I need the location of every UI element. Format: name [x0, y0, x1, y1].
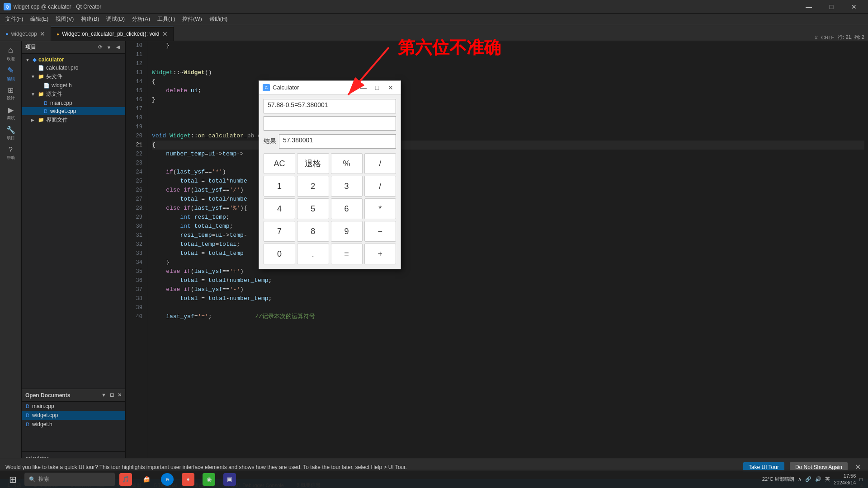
open-docs-collapse[interactable]: ▼ — [101, 392, 106, 398]
edge-icon: e — [161, 473, 174, 486]
sidebar-help[interactable]: ? 帮助 — [2, 144, 20, 162]
open-docs-expand[interactable]: ⊡ — [110, 392, 114, 398]
sidebar-welcome[interactable]: ⌂ 欢迎 — [2, 45, 20, 63]
calc-btn-5[interactable]: 5 — [297, 198, 329, 219]
calc-btn-8[interactable]: 8 — [297, 221, 329, 242]
taskbar-time: 17:56 2024/3/14 — [834, 473, 856, 486]
open-doc-main-cpp[interactable]: 🗋 main.cpp — [22, 402, 125, 411]
taskbar-app-music[interactable]: 🎵 — [116, 470, 136, 488]
close-button[interactable]: ✕ — [844, 0, 864, 13]
tree-sync-icon[interactable]: ⟳ — [96, 44, 104, 51]
taskbar-app-edge[interactable]: e — [157, 470, 177, 488]
menu-debug[interactable]: 调试(D) — [103, 14, 128, 24]
sidebar-design[interactable]: ⊞ 设计 — [2, 84, 20, 103]
menu-analyze[interactable]: 分析(A) — [128, 14, 154, 24]
calc-btn-3[interactable]: 3 — [331, 176, 363, 197]
tab-close-widget-cpp[interactable]: ✕ — [40, 30, 45, 38]
ln-25: 25 — [129, 177, 144, 186]
calc-btn-percent[interactable]: % — [331, 153, 363, 174]
menu-tools[interactable]: 工具(T) — [154, 14, 179, 24]
calc-btn-dot[interactable]: . — [297, 244, 329, 264]
open-docs-close[interactable]: ✕ — [118, 392, 122, 398]
open-docs-header: Open Documents ▼ ⊡ ✕ — [22, 389, 125, 402]
ln-23: 23 — [129, 159, 144, 168]
calc-btn-plus[interactable]: + — [364, 244, 396, 264]
tree-item-main-cpp[interactable]: 🗋 main.cpp — [22, 99, 125, 107]
tree-item-calculator-root[interactable]: ▼ ◆ calculator — [22, 56, 125, 64]
taskbar-app-cake[interactable]: 🍰 — [137, 470, 156, 488]
tree-item-ui-folder[interactable]: ▶ 📁 界面文件 — [22, 115, 125, 125]
system-tray: ∧ — [798, 476, 802, 482]
calc-btn-0[interactable]: 0 — [264, 244, 295, 264]
ln-38: 38 — [129, 294, 144, 303]
menu-edit[interactable]: 编辑(E) — [27, 14, 52, 24]
tree-item-source-folder[interactable]: ▼ 📁 源文件 — [22, 89, 125, 99]
sidebar: ⌂ 欢迎 ✎ 编辑 ⊞ 设计 ▶ 调试 🔧 项目 ? 帮助 ▶ — [0, 41, 22, 479]
ln-32: 32 — [129, 240, 144, 249]
taskbar-app-green[interactable]: ◉ — [199, 470, 219, 488]
menu-file[interactable]: 文件(F) — [2, 14, 27, 24]
ln-39: 39 — [129, 303, 144, 312]
calc-btn-1[interactable]: 1 — [264, 176, 295, 197]
calc-btn-equals[interactable]: = — [331, 244, 363, 264]
editor-crlf: CRLF — [821, 35, 835, 40]
menu-controls[interactable]: 控件(W) — [179, 14, 205, 24]
calc-title: Calculator — [273, 84, 299, 91]
tree-item-widget-cpp[interactable]: 🗋 widget.cpp — [22, 107, 125, 115]
calc-btn-9[interactable]: 9 — [331, 221, 363, 242]
line-numbers: 10 11 12 13 14 15 16 17 18 19 20 21 22 2… — [126, 41, 148, 479]
maximize-button[interactable]: □ — [821, 0, 842, 13]
calc-btn-minus[interactable]: − — [364, 221, 396, 242]
tree-item-calc-pro[interactable]: 📄 calculator.pro — [22, 64, 125, 72]
calc-btn-ac[interactable]: AC — [264, 153, 295, 174]
open-doc-widget-cpp[interactable]: 🗋 widget.cpp — [22, 411, 125, 420]
open-doc-widget-h[interactable]: 🗋 widget.h — [22, 420, 125, 429]
taskbar-search[interactable]: 🔍 搜索 — [24, 473, 115, 486]
ln-35: 35 — [129, 267, 144, 276]
sidebar-edit[interactable]: ✎ 编辑 — [2, 65, 20, 83]
notification-icon: □ — [859, 477, 863, 482]
calc-close[interactable]: ✕ — [384, 83, 397, 93]
calc-result-display: 57.380001 — [279, 134, 396, 149]
cake-app-icon: 🍰 — [140, 473, 153, 486]
open-docs-label: Open Documents — [25, 392, 70, 399]
code-editor[interactable]: 10 11 12 13 14 15 16 17 18 19 20 21 22 2… — [126, 41, 868, 479]
tree-item-widget-h[interactable]: 📄 widget.h — [22, 81, 125, 89]
calc-btn-4[interactable]: 4 — [264, 198, 295, 219]
calc-btn-backspace[interactable]: 退格 — [297, 153, 329, 174]
calc-maximize[interactable]: □ — [371, 83, 383, 93]
calc-btn-multiply[interactable]: * — [364, 198, 396, 219]
tree-collapse-icon[interactable]: ◀ — [114, 44, 122, 51]
tree-item-headers-folder[interactable]: ▼ 📁 头文件 — [22, 72, 125, 81]
blue-app-icon: ▣ — [223, 473, 236, 486]
title-bar: Q widget.cpp @ calculator - Qt Creator —… — [0, 0, 868, 14]
calc-btn-divide[interactable]: / — [364, 153, 396, 174]
tab-widget-cpp[interactable]: ● widget.cpp ✕ — [0, 27, 51, 41]
ln-33: 33 — [129, 249, 144, 258]
taskbar-search-label: 搜索 — [38, 475, 49, 483]
menu-build[interactable]: 构建(B) — [77, 14, 103, 24]
calc-btn-6[interactable]: 6 — [331, 198, 363, 219]
tree-filter-icon[interactable]: ▼ — [105, 44, 113, 51]
ln-27: 27 — [129, 195, 144, 204]
tab-label-on-calculator: Widget::on_calculator_pb_clicked(): void — [62, 31, 159, 37]
sidebar-project[interactable]: 🔧 项目 — [2, 124, 20, 142]
ln-37: 37 — [129, 285, 144, 294]
calc-btn-2[interactable]: 2 — [297, 176, 329, 197]
code-content[interactable]: } Widget::~Widget() { delete ui; } void … — [148, 41, 868, 479]
calc-minimize[interactable]: — — [357, 83, 370, 93]
code-line-13: Widget::~Widget() — [152, 68, 864, 77]
calc-btn-7[interactable]: 7 — [264, 221, 295, 242]
tab-close-on-calculator[interactable]: ✕ — [162, 30, 168, 38]
taskbar-app-blue[interactable]: ▣ — [220, 470, 240, 488]
menu-view[interactable]: 视图(V) — [52, 14, 77, 24]
start-button[interactable]: ⊞ — [2, 470, 24, 488]
minimize-button[interactable]: — — [798, 0, 819, 13]
calc-btn-div2[interactable]: / — [364, 176, 396, 197]
search-icon: 🔍 — [29, 476, 36, 483]
taskbar-app-red[interactable]: ♦ — [178, 470, 198, 488]
ln-31: 31 — [129, 231, 144, 240]
menu-help[interactable]: 帮助(H) — [206, 14, 231, 24]
sidebar-debug[interactable]: ▶ 调试 — [2, 104, 20, 122]
tab-on-calculator[interactable]: ● Widget::on_calculator_pb_clicked(): vo… — [51, 27, 174, 41]
